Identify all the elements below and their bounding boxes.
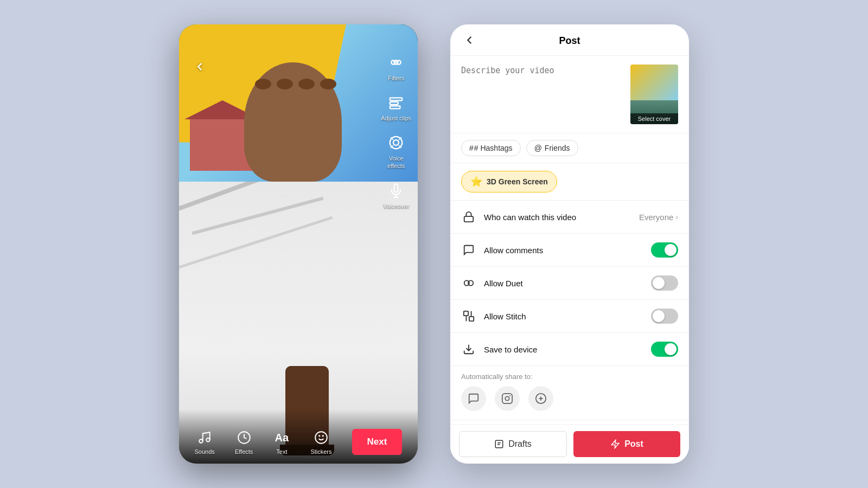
settings-list: Who can watch this video Everyone › Allo… [450,201,689,424]
adjust-clips-icon [385,92,407,113]
fist-knuckle [255,79,271,89]
allow-comments-row: Allow comments [450,234,689,267]
drafts-label: Drafts [508,439,532,449]
stickers-nav-item[interactable]: Stickers [310,429,331,455]
effects-icon [235,429,253,446]
allow-duet-label: Allow Duet [484,279,651,288]
at-icon: @ [534,144,542,152]
filters-icon [385,52,407,73]
text-icon: Aa [273,429,290,446]
effects-nav-item[interactable]: Effects [235,429,253,455]
description-area: Select cover [450,56,689,133]
who-can-watch-row[interactable]: Who can watch this video Everyone › [450,201,689,234]
instagram-share-button[interactable] [495,386,520,411]
duet-icon [461,275,476,291]
allow-stitch-label: Allow Stitch [484,312,651,321]
auto-share-label: Automatically share to: [461,373,678,381]
share-icons-row [461,386,678,411]
sounds-icon [196,429,213,446]
allow-comments-label: Allow comments [484,246,651,255]
stickers-icon [312,429,330,446]
svg-point-24 [509,395,510,396]
chevron-icon: › [675,213,678,221]
svg-rect-3 [390,98,403,100]
allow-duet-row: Allow Duet [450,267,689,300]
stickers-label: Stickers [310,448,331,455]
who-can-watch-label: Who can watch this video [484,213,639,222]
post-back-button[interactable] [461,32,477,50]
left-phone-panel: Filters Adjust clips Voiceeffects [179,24,418,464]
svg-marker-31 [611,440,619,448]
star-icon: ⭐ [470,176,482,188]
cover-thumbnail[interactable]: Select cover [630,65,678,124]
shadow-line [192,197,323,235]
hashtag-icon: # [469,144,474,152]
voice-effects-button[interactable]: Voiceeffects [385,132,407,169]
add-share-button[interactable] [528,386,553,411]
text-nav-item[interactable]: Aa Text [273,429,290,455]
voice-effects-label: Voiceeffects [387,155,405,169]
green-screen-row: ⭐ 3D Green Screen [450,163,689,201]
cartoon-fist [244,62,342,182]
post-panel: Post Select cover # # Hashtags @ Friends… [450,24,689,464]
adjust-clips-button[interactable]: Adjust clips [381,92,411,122]
sounds-nav-item[interactable]: Sounds [195,429,215,455]
shadow-line [179,216,333,269]
svg-point-23 [505,396,509,400]
save-to-device-toggle[interactable] [651,342,678,357]
save-to-device-row: Save to device [450,333,689,366]
svg-rect-5 [390,106,400,108]
svg-point-2 [394,60,398,65]
sounds-label: Sounds [195,448,215,455]
comment-icon [461,242,476,258]
post-title: Post [559,35,580,47]
allow-stitch-row: Allow Stitch [450,300,689,333]
select-cover-label: Select cover [630,113,678,124]
thumb-top [630,65,678,100]
shadow-line [179,182,269,215]
bottom-actions: Drafts Post [450,424,689,464]
post-button[interactable]: Post [573,431,680,457]
next-button[interactable]: Next [352,429,403,455]
hashtag-row: # # Hashtags @ Friends [450,133,689,163]
friends-label: Friends [545,144,570,152]
who-can-watch-value: Everyone › [639,213,678,222]
svg-rect-22 [502,394,512,403]
allow-stitch-toggle[interactable] [651,309,678,324]
svg-point-11 [206,438,210,442]
drafts-button[interactable]: Drafts [459,431,567,457]
nav-items: Sounds Effects Aa Text [179,429,418,455]
svg-point-7 [393,140,399,145]
hashtags-button[interactable]: # # Hashtags [461,140,521,156]
voiceover-icon [385,179,407,201]
text-label: Text [276,448,287,455]
filters-button[interactable]: Filters [385,52,407,82]
adjust-clips-label: Adjust clips [381,115,411,122]
allow-comments-toggle[interactable] [651,242,678,258]
save-to-device-label: Save to device [484,345,651,354]
svg-rect-4 [390,102,398,105]
bottom-nav: Sounds Effects Aa Text [179,409,418,464]
save-icon [461,342,476,357]
allow-duet-toggle[interactable] [651,275,678,291]
svg-rect-16 [464,216,474,222]
back-button[interactable] [190,57,209,76]
friends-button[interactable]: @ Friends [526,140,578,156]
lock-icon [461,209,476,224]
svg-point-10 [199,439,203,443]
green-screen-label: 3D Green Screen [487,177,548,186]
voiceover-label: Voiceover [383,203,409,210]
voice-effects-icon [385,132,407,153]
description-input[interactable] [461,65,624,124]
right-toolbar: Filters Adjust clips Voiceeffects [381,52,411,210]
svg-point-13 [315,432,327,444]
green-screen-badge[interactable]: ⭐ 3D Green Screen [461,171,557,192]
voiceover-button[interactable]: Voiceover [383,179,409,210]
sms-share-button[interactable] [461,386,486,411]
svg-rect-19 [464,311,468,316]
filters-label: Filters [388,75,404,82]
hashtag-label: # Hashtags [474,144,513,152]
effects-label: Effects [235,448,253,455]
post-header: Post [450,24,689,56]
auto-share-section: Automatically share to: [450,366,689,420]
